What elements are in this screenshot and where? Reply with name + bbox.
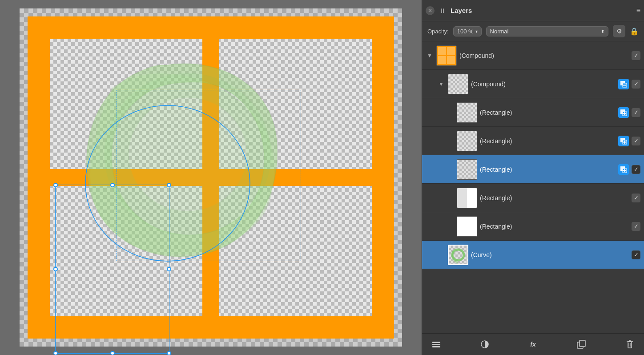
opacity-value: 100 % xyxy=(457,28,474,35)
svg-rect-20 xyxy=(432,346,440,347)
check-rect-5[interactable]: ✓ xyxy=(632,222,640,231)
footer-fx-button[interactable]: fx xyxy=(526,337,540,351)
layer-name-rect-2: (Rectangle) xyxy=(480,137,616,145)
expand-button-compound-inner[interactable]: ▼ xyxy=(437,80,445,88)
layer-item-rect-3[interactable]: (Rectangle) ✓ xyxy=(422,155,644,184)
opacity-row: Opacity: 100 % ▾ Normal ⬍ ⚙ 🔒 xyxy=(422,21,644,41)
canvas-area xyxy=(0,0,422,355)
boolean-add-icon-3 xyxy=(618,164,629,175)
expand-button-compound-top[interactable]: ▼ xyxy=(426,52,434,60)
layer-name-compound-inner: (Compound) xyxy=(471,81,616,88)
panel-close-button[interactable]: ✕ xyxy=(426,6,435,15)
layer-name-rect-5: (Rectangle) xyxy=(480,223,629,230)
footer-layers-button[interactable] xyxy=(429,337,443,351)
handle-bottom-right[interactable] xyxy=(167,351,171,355)
panel-menu-button[interactable]: ≡ xyxy=(636,7,640,15)
layer-item-compound-inner[interactable]: ▼ (Compound) ✓ xyxy=(422,70,644,98)
layer-thumb-compound-top xyxy=(436,45,457,66)
handle-top-mid[interactable] xyxy=(110,183,115,187)
boolean-subtract-icon xyxy=(618,79,629,89)
layer-name-rect-4: (Rectangle) xyxy=(480,194,629,202)
layer-item-curve[interactable]: (Curve) ✓ xyxy=(422,241,644,269)
layer-thumb-compound-inner xyxy=(448,74,468,94)
check-curve[interactable]: ✓ xyxy=(632,250,640,259)
panel-header: ✕ ⏸ Layers ≡ xyxy=(422,0,644,21)
check-rect-3[interactable]: ✓ xyxy=(632,165,640,174)
layers-panel: ✕ ⏸ Layers ≡ Opacity: 100 % ▾ Normal ⬍ ⚙… xyxy=(422,0,644,355)
svg-rect-23 xyxy=(580,340,585,347)
handle-top-right[interactable] xyxy=(167,183,171,187)
panel-title: Layers xyxy=(451,7,633,14)
opacity-label: Opacity: xyxy=(427,28,449,35)
panel-pause-button[interactable]: ⏸ xyxy=(438,6,447,15)
check-rect-2[interactable]: ✓ xyxy=(632,137,640,145)
lock-icon: 🔒 xyxy=(630,27,639,36)
svg-point-17 xyxy=(452,250,464,260)
footer-delete-button[interactable] xyxy=(623,337,637,351)
layer-item-rect-1[interactable]: (Rectangle) ✓ xyxy=(422,98,644,127)
handle-bottom-mid[interactable] xyxy=(110,351,115,355)
boolean-add-icon-1 xyxy=(618,107,629,118)
handle-bottom-left[interactable] xyxy=(53,351,58,355)
check-rect-1[interactable]: ✓ xyxy=(632,108,640,117)
rect-selection xyxy=(55,185,169,354)
blend-mode-control[interactable]: Normal ⬍ xyxy=(486,26,608,36)
blend-mode-arrows: ⬍ xyxy=(601,29,604,34)
layer-list: ▼ (Compound) ✓ ▼ (Compound) xyxy=(422,41,644,333)
handle-top-left[interactable] xyxy=(53,183,58,187)
opacity-chevron: ▾ xyxy=(475,29,478,34)
svg-rect-19 xyxy=(432,344,440,345)
fx-label: fx xyxy=(530,341,535,348)
blend-mode-value: Normal xyxy=(490,28,509,35)
layer-name-curve: (Curve) xyxy=(471,251,629,258)
layer-thumb-rect-4 xyxy=(457,188,477,208)
svg-rect-18 xyxy=(432,342,440,343)
check-rect-4[interactable]: ✓ xyxy=(632,194,640,202)
handle-mid-right[interactable] xyxy=(167,267,171,271)
layer-thumb-rect-3 xyxy=(457,159,477,180)
lock-button[interactable]: 🔒 xyxy=(630,27,639,36)
layer-thumb-rect-2 xyxy=(457,131,477,151)
orange-frame xyxy=(28,16,394,339)
check-compound-top[interactable]: ✓ xyxy=(632,51,640,60)
layer-name-rect-1: (Rectangle) xyxy=(480,109,616,116)
layer-name-rect-3: (Rectangle) xyxy=(480,166,616,173)
layer-item-rect-4[interactable]: (Rectangle) ✓ xyxy=(422,184,644,212)
settings-icon: ⚙ xyxy=(616,28,622,35)
layer-thumb-rect-5 xyxy=(457,216,477,237)
footer-duplicate-button[interactable] xyxy=(574,337,588,351)
layer-item-rect-5[interactable]: (Rectangle) ✓ xyxy=(422,212,644,241)
opacity-control[interactable]: 100 % ▾ xyxy=(453,26,482,36)
check-compound-inner[interactable]: ✓ xyxy=(632,80,640,89)
layer-item-rect-2[interactable]: (Rectangle) ✓ xyxy=(422,127,644,155)
panel-footer: fx xyxy=(422,333,644,355)
layer-thumb-curve xyxy=(448,245,468,265)
layer-thumb-rect-1 xyxy=(457,102,477,123)
footer-mask-button[interactable] xyxy=(478,337,492,351)
settings-button[interactable]: ⚙ xyxy=(613,25,625,37)
canvas-background xyxy=(20,8,402,347)
layer-name-compound-top: (Compound) xyxy=(459,52,629,59)
handle-mid-left[interactable] xyxy=(53,267,58,271)
layer-item-compound-top[interactable]: ▼ (Compound) ✓ xyxy=(422,41,644,70)
boolean-add-icon-2 xyxy=(618,136,629,146)
svg-rect-24 xyxy=(628,342,632,348)
